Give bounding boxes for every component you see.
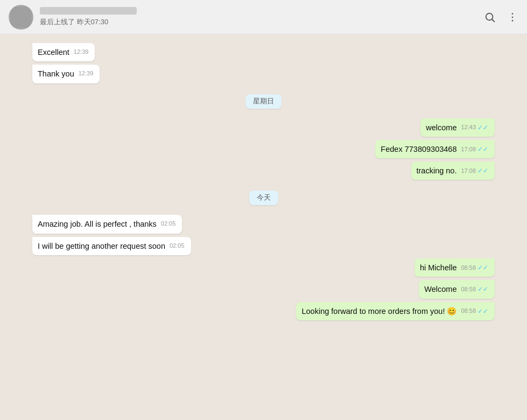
day-divider: 星期日 <box>32 94 495 109</box>
message-row: Amazing job. All is perfect , thanks02:0… <box>32 215 495 233</box>
incoming-message: Thank you12:39 <box>32 65 100 83</box>
message-row: Excellent12:39 <box>32 43 495 61</box>
message-row: Fedex 77380930346817:08✓✓ <box>32 140 495 158</box>
message-time: 08:58 <box>461 264 476 272</box>
read-receipt-icon: ✓✓ <box>477 263 488 272</box>
message-time: 17:08 <box>461 167 476 175</box>
outgoing-message: welcome12:43✓✓ <box>420 118 495 137</box>
message-row: Thank you12:39 <box>32 65 495 83</box>
message-meta: 02:05 <box>170 242 185 250</box>
outgoing-message: Looking forward to more orders from you!… <box>296 302 495 320</box>
incoming-message: Excellent12:39 <box>32 43 95 61</box>
message-row: hi Michelle08:58✓✓ <box>32 258 495 277</box>
incoming-message: I will be getting another request soon02… <box>32 237 191 255</box>
message-row: welcome12:43✓✓ <box>32 118 495 137</box>
svg-point-2 <box>512 13 514 15</box>
svg-point-3 <box>512 16 514 18</box>
message-text: Thank you <box>38 69 74 78</box>
message-time: 08:58 <box>461 285 476 293</box>
header-actions <box>484 11 518 23</box>
message-time: 08:58 <box>461 307 476 315</box>
svg-point-4 <box>512 20 514 22</box>
message-row: I will be getting another request soon02… <box>32 237 495 255</box>
svg-point-0 <box>486 13 493 20</box>
message-meta: 02:05 <box>161 220 176 228</box>
message-text: Excellent <box>38 48 69 57</box>
message-row: tracking no.17:08✓✓ <box>32 162 495 180</box>
message-time: 02:05 <box>170 242 185 250</box>
message-meta: 08:58✓✓ <box>461 307 488 316</box>
message-time: 12:39 <box>74 48 89 56</box>
message-row: Looking forward to more orders from you!… <box>32 302 495 320</box>
message-time: 02:05 <box>161 220 176 228</box>
day-divider-label: 星期日 <box>245 94 282 109</box>
message-text: tracking no. <box>417 166 457 175</box>
menu-button[interactable] <box>507 11 518 23</box>
message-time: 12:39 <box>79 69 94 78</box>
outgoing-message: tracking no.17:08✓✓ <box>411 162 495 180</box>
message-meta: 17:08✓✓ <box>461 166 488 176</box>
message-row: Welcome08:58✓✓ <box>32 280 495 298</box>
day-divider-label: 今天 <box>249 191 278 205</box>
day-divider: 今天 <box>32 191 495 205</box>
message-time: 17:08 <box>461 145 476 153</box>
message-meta: 08:58✓✓ <box>461 285 488 294</box>
message-text: Welcome <box>424 285 456 293</box>
message-meta: 12:39 <box>74 48 89 56</box>
read-receipt-icon: ✓✓ <box>477 307 488 316</box>
chat-area: Excellent12:39Thank you12:39星期日welcome12… <box>0 34 527 420</box>
contact-name <box>40 7 137 15</box>
svg-line-1 <box>492 19 494 22</box>
message-text: I will be getting another request soon <box>38 242 165 250</box>
message-meta: 12:43✓✓ <box>461 123 488 132</box>
read-receipt-icon: ✓✓ <box>477 285 488 294</box>
outgoing-message: Fedex 77380930346817:08✓✓ <box>375 140 495 158</box>
message-text: Amazing job. All is perfect , thanks <box>38 220 157 228</box>
read-receipt-icon: ✓✓ <box>477 145 488 154</box>
message-meta: 12:39 <box>79 69 94 78</box>
chat-header: 最后上线了 昨天07:30 <box>0 0 527 34</box>
outgoing-message: Welcome08:58✓✓ <box>419 280 495 298</box>
message-meta: 17:08✓✓ <box>461 145 488 154</box>
message-meta: 08:58✓✓ <box>461 263 488 272</box>
read-receipt-icon: ✓✓ <box>477 166 488 176</box>
message-text: welcome <box>426 123 456 132</box>
contact-status: 最后上线了 昨天07:30 <box>40 17 484 27</box>
contact-info: 最后上线了 昨天07:30 <box>40 7 484 27</box>
message-time: 12:43 <box>461 123 476 131</box>
message-text: hi Michelle <box>420 263 457 272</box>
message-text: Fedex 773809303468 <box>381 145 456 153</box>
read-receipt-icon: ✓✓ <box>477 123 488 132</box>
message-text: Looking forward to more orders from you!… <box>301 307 456 316</box>
avatar[interactable] <box>9 5 33 30</box>
outgoing-message: hi Michelle08:58✓✓ <box>414 258 495 277</box>
search-button[interactable] <box>484 11 496 23</box>
incoming-message: Amazing job. All is perfect , thanks02:0… <box>32 215 182 233</box>
